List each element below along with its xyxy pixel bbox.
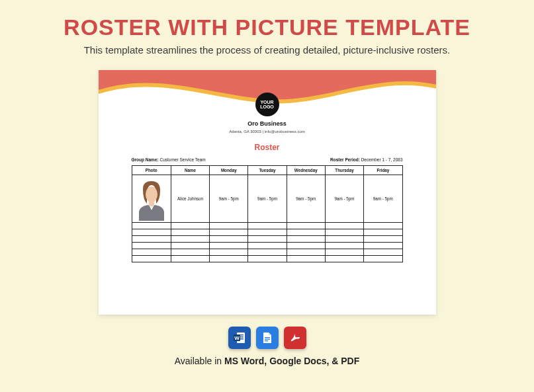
svg-rect-11 xyxy=(265,340,268,341)
cell-wednesday: 9am - 5pm xyxy=(287,175,325,223)
logo-text: YOUR LOGO xyxy=(255,100,279,109)
table-row xyxy=(132,243,402,249)
available-formats: MS Word, Google Docs, & PDF xyxy=(224,356,359,366)
cell-friday: 9am - 5pm xyxy=(364,175,402,223)
table-row xyxy=(132,229,402,236)
col-wednesday: Wednesday xyxy=(287,166,325,175)
col-monday: Monday xyxy=(210,166,248,175)
logo-placeholder: YOUR LOGO xyxy=(255,93,279,116)
col-thursday: Thursday xyxy=(325,166,363,175)
business-address: Atlanta, GA 30303 | info@orobusiness.com xyxy=(99,130,436,134)
table-row xyxy=(132,249,402,256)
col-name: Name xyxy=(171,166,209,175)
available-in-line: Available in MS Word, Google Docs, & PDF xyxy=(0,356,534,366)
roster-table: Photo Name Monday Tuesday Wednesday Thur… xyxy=(132,165,403,262)
col-friday: Friday xyxy=(364,166,402,175)
avatar-illustration xyxy=(136,177,167,221)
col-photo: Photo xyxy=(132,166,171,175)
format-icons: W xyxy=(0,327,534,349)
page-title: ROSTER WITH PICTURE TEMPLATE xyxy=(0,0,534,40)
svg-text:W: W xyxy=(234,335,240,341)
page-subtitle: This template streamlines the process of… xyxy=(0,44,534,56)
document-preview: YOUR LOGO Oro Business Atlanta, GA 30303… xyxy=(99,70,436,315)
group-name-label: Group Name: xyxy=(132,157,159,162)
roster-heading: Roster xyxy=(99,143,436,152)
roster-period-value: December 1 - 7, 2083 xyxy=(361,157,403,162)
table-row: Alice Johnson 9am - 5pm 9am - 5pm 9am - … xyxy=(132,175,402,223)
table-row xyxy=(132,256,402,262)
svg-rect-9 xyxy=(265,337,270,338)
table-row xyxy=(132,236,402,243)
ms-word-icon[interactable]: W xyxy=(228,327,251,349)
group-name-value: Customer Service Team xyxy=(159,157,205,162)
col-tuesday: Tuesday xyxy=(248,166,287,175)
svg-point-1 xyxy=(146,186,157,202)
employee-name: Alice Johnson xyxy=(171,175,209,223)
roster-period: Roster Period: December 1 - 7, 2083 xyxy=(330,157,402,162)
cell-tuesday: 9am - 5pm xyxy=(248,175,287,223)
pdf-icon[interactable] xyxy=(284,327,306,349)
table-row xyxy=(132,223,402,229)
business-name: Oro Business xyxy=(99,120,436,127)
svg-rect-2 xyxy=(149,201,154,206)
cell-thursday: 9am - 5pm xyxy=(325,175,363,223)
svg-rect-10 xyxy=(265,339,270,340)
group-name: Group Name: Customer Service Team xyxy=(132,157,206,162)
cell-monday: 9am - 5pm xyxy=(210,175,248,223)
google-docs-icon[interactable] xyxy=(256,327,279,349)
roster-period-label: Roster Period: xyxy=(330,157,360,162)
employee-photo xyxy=(132,175,171,223)
available-prefix: Available in xyxy=(175,356,224,366)
table-header-row: Photo Name Monday Tuesday Wednesday Thur… xyxy=(132,166,402,175)
roster-meta: Group Name: Customer Service Team Roster… xyxy=(132,157,403,162)
